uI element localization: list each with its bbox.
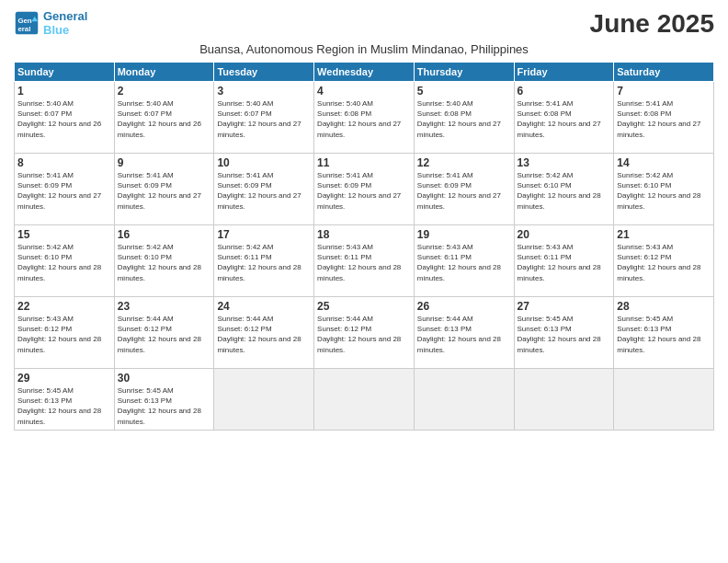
logo-icon: Gen eral: [14, 10, 40, 36]
calendar-cell: [614, 369, 714, 431]
calendar-cell: 25Sunrise: 5:44 AMSunset: 6:12 PMDayligh…: [314, 297, 415, 369]
day-number: 25: [317, 300, 411, 313]
calendar-cell: 30Sunrise: 5:45 AMSunset: 6:13 PMDayligh…: [114, 369, 214, 431]
calendar-week-row: 22Sunrise: 5:43 AMSunset: 6:12 PMDayligh…: [15, 297, 714, 369]
day-info: Sunrise: 5:41 AMSunset: 6:09 PMDaylight:…: [118, 170, 211, 212]
day-number: 27: [518, 300, 611, 313]
day-info: Sunrise: 5:43 AMSunset: 6:12 PMDaylight:…: [617, 242, 711, 283]
day-number: 29: [17, 372, 111, 385]
day-number: 19: [417, 228, 511, 241]
day-number: 26: [417, 300, 511, 313]
svg-text:Gen: Gen: [17, 17, 31, 25]
day-number: 5: [417, 85, 511, 98]
calendar-header-row: SundayMondayTuesdayWednesdayThursdayFrid…: [15, 63, 714, 82]
day-header-saturday: Saturday: [614, 63, 714, 82]
day-info: Sunrise: 5:43 AMSunset: 6:11 PMDaylight:…: [317, 242, 411, 283]
day-info: Sunrise: 5:45 AMSunset: 6:13 PMDaylight:…: [518, 314, 611, 355]
calendar-cell: 26Sunrise: 5:44 AMSunset: 6:13 PMDayligh…: [414, 297, 514, 369]
logo-text: General Blue: [43, 9, 87, 37]
day-info: Sunrise: 5:40 AMSunset: 6:07 PMDaylight:…: [118, 98, 211, 140]
calendar-cell: 9Sunrise: 5:41 AMSunset: 6:09 PMDaylight…: [114, 154, 214, 225]
day-info: Sunrise: 5:42 AMSunset: 6:10 PMDaylight:…: [17, 242, 111, 283]
calendar-cell: 6Sunrise: 5:41 AMSunset: 6:08 PMDaylight…: [514, 82, 614, 154]
calendar-cell: 15Sunrise: 5:42 AMSunset: 6:10 PMDayligh…: [15, 225, 115, 297]
subtitle: Buansa, Autonomous Region in Muslim Mind…: [14, 42, 714, 56]
calendar-cell: 29Sunrise: 5:45 AMSunset: 6:13 PMDayligh…: [15, 369, 115, 431]
day-info: Sunrise: 5:43 AMSunset: 6:11 PMDaylight:…: [417, 242, 511, 283]
calendar-cell: 28Sunrise: 5:45 AMSunset: 6:13 PMDayligh…: [614, 297, 714, 369]
day-number: 18: [317, 228, 411, 241]
calendar-week-row: 29Sunrise: 5:45 AMSunset: 6:13 PMDayligh…: [15, 369, 714, 431]
day-info: Sunrise: 5:42 AMSunset: 6:10 PMDaylight:…: [617, 170, 711, 212]
day-info: Sunrise: 5:45 AMSunset: 6:13 PMDaylight:…: [17, 385, 111, 427]
calendar-page: Gen eral General Blue June 2025 Buansa, …: [0, 0, 728, 563]
day-header-monday: Monday: [114, 63, 214, 82]
day-info: Sunrise: 5:44 AMSunset: 6:12 PMDaylight:…: [118, 314, 211, 355]
calendar-cell: [514, 369, 614, 431]
day-number: 16: [118, 228, 211, 241]
calendar-cell: 20Sunrise: 5:43 AMSunset: 6:11 PMDayligh…: [514, 225, 614, 297]
day-number: 7: [617, 85, 711, 98]
calendar-cell: 21Sunrise: 5:43 AMSunset: 6:12 PMDayligh…: [614, 225, 714, 297]
calendar-cell: 18Sunrise: 5:43 AMSunset: 6:11 PMDayligh…: [314, 225, 415, 297]
day-info: Sunrise: 5:44 AMSunset: 6:12 PMDaylight:…: [317, 314, 411, 355]
calendar-cell: 23Sunrise: 5:44 AMSunset: 6:12 PMDayligh…: [114, 297, 214, 369]
day-number: 9: [118, 156, 211, 169]
day-info: Sunrise: 5:40 AMSunset: 6:08 PMDaylight:…: [417, 98, 511, 140]
day-number: 17: [217, 228, 311, 241]
day-number: 11: [317, 156, 411, 169]
calendar-cell: 27Sunrise: 5:45 AMSunset: 6:13 PMDayligh…: [514, 297, 614, 369]
day-number: 28: [617, 300, 711, 313]
calendar-cell: 13Sunrise: 5:42 AMSunset: 6:10 PMDayligh…: [514, 154, 614, 225]
calendar-cell: 2Sunrise: 5:40 AMSunset: 6:07 PMDaylight…: [114, 82, 214, 154]
day-info: Sunrise: 5:41 AMSunset: 6:09 PMDaylight:…: [317, 170, 411, 212]
logo: Gen eral General Blue: [14, 9, 87, 37]
day-header-thursday: Thursday: [414, 63, 514, 82]
day-number: 13: [518, 156, 611, 169]
calendar-cell: [414, 369, 514, 431]
day-info: Sunrise: 5:41 AMSunset: 6:09 PMDaylight:…: [17, 170, 111, 212]
day-info: Sunrise: 5:40 AMSunset: 6:08 PMDaylight:…: [317, 98, 411, 140]
calendar-cell: 22Sunrise: 5:43 AMSunset: 6:12 PMDayligh…: [15, 297, 115, 369]
day-info: Sunrise: 5:43 AMSunset: 6:11 PMDaylight:…: [518, 242, 611, 283]
calendar-week-row: 1Sunrise: 5:40 AMSunset: 6:07 PMDaylight…: [15, 82, 714, 154]
day-number: 12: [417, 156, 511, 169]
calendar-cell: 24Sunrise: 5:44 AMSunset: 6:12 PMDayligh…: [214, 297, 314, 369]
day-info: Sunrise: 5:41 AMSunset: 6:09 PMDaylight:…: [417, 170, 511, 212]
day-info: Sunrise: 5:40 AMSunset: 6:07 PMDaylight:…: [217, 98, 311, 140]
day-info: Sunrise: 5:41 AMSunset: 6:09 PMDaylight:…: [217, 170, 311, 212]
calendar-week-row: 8Sunrise: 5:41 AMSunset: 6:09 PMDaylight…: [15, 154, 714, 225]
day-header-tuesday: Tuesday: [214, 63, 314, 82]
day-number: 21: [617, 228, 711, 241]
day-number: 3: [217, 85, 311, 98]
day-number: 8: [17, 156, 111, 169]
calendar-cell: 7Sunrise: 5:41 AMSunset: 6:08 PMDaylight…: [614, 82, 714, 154]
calendar-cell: 16Sunrise: 5:42 AMSunset: 6:10 PMDayligh…: [114, 225, 214, 297]
day-number: 22: [17, 300, 111, 313]
day-number: 10: [217, 156, 311, 169]
calendar-cell: 10Sunrise: 5:41 AMSunset: 6:09 PMDayligh…: [214, 154, 314, 225]
day-header-sunday: Sunday: [15, 63, 115, 82]
day-info: Sunrise: 5:41 AMSunset: 6:08 PMDaylight:…: [617, 98, 711, 140]
calendar-cell: 12Sunrise: 5:41 AMSunset: 6:09 PMDayligh…: [414, 154, 514, 225]
calendar-cell: 17Sunrise: 5:42 AMSunset: 6:11 PMDayligh…: [214, 225, 314, 297]
calendar-body: 1Sunrise: 5:40 AMSunset: 6:07 PMDaylight…: [15, 82, 714, 431]
calendar-cell: 11Sunrise: 5:41 AMSunset: 6:09 PMDayligh…: [314, 154, 415, 225]
calendar-cell: 3Sunrise: 5:40 AMSunset: 6:07 PMDaylight…: [214, 82, 314, 154]
calendar-cell: [214, 369, 314, 431]
day-info: Sunrise: 5:44 AMSunset: 6:13 PMDaylight:…: [417, 314, 511, 355]
day-header-wednesday: Wednesday: [314, 63, 415, 82]
day-info: Sunrise: 5:45 AMSunset: 6:13 PMDaylight:…: [617, 314, 711, 355]
day-number: 30: [118, 372, 211, 385]
day-info: Sunrise: 5:42 AMSunset: 6:11 PMDaylight:…: [217, 242, 311, 283]
day-info: Sunrise: 5:42 AMSunset: 6:10 PMDaylight:…: [118, 242, 211, 283]
calendar-cell: 5Sunrise: 5:40 AMSunset: 6:08 PMDaylight…: [414, 82, 514, 154]
day-number: 4: [317, 85, 411, 98]
header: Gen eral General Blue June 2025: [14, 9, 714, 39]
calendar-cell: 8Sunrise: 5:41 AMSunset: 6:09 PMDaylight…: [15, 154, 115, 225]
day-info: Sunrise: 5:45 AMSunset: 6:13 PMDaylight:…: [118, 385, 211, 427]
day-info: Sunrise: 5:41 AMSunset: 6:08 PMDaylight:…: [518, 98, 611, 140]
day-header-friday: Friday: [514, 63, 614, 82]
svg-text:eral: eral: [17, 25, 30, 33]
calendar-cell: 1Sunrise: 5:40 AMSunset: 6:07 PMDaylight…: [15, 82, 115, 154]
